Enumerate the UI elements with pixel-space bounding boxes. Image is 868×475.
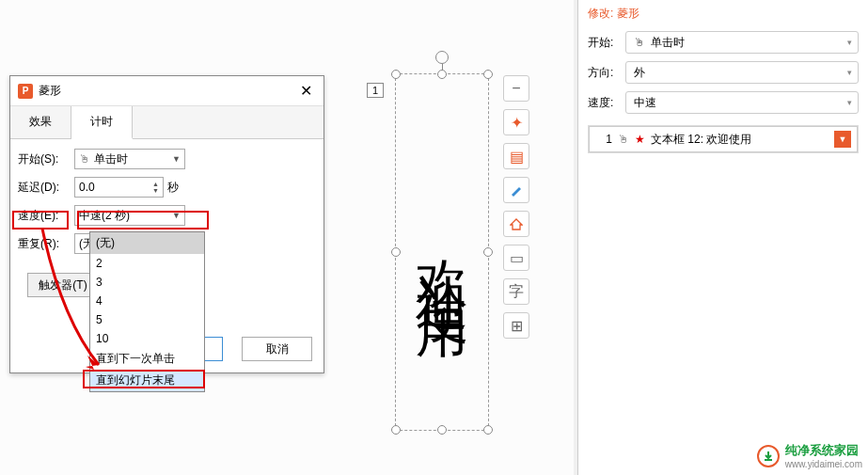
dropdown-item-until-click[interactable]: 直到下一次单击	[90, 348, 204, 370]
cursor-sparkle-icon[interactable]: ✦	[503, 109, 529, 135]
minus-icon[interactable]: −	[503, 75, 529, 102]
grid-icon[interactable]: ⊞	[503, 312, 529, 339]
slide-textbox[interactable]: 1 欢迎使用	[395, 73, 489, 431]
delay-spinner[interactable]: 0.0 ▲▼	[74, 177, 164, 198]
mouse-icon: 🖱	[79, 152, 90, 166]
star-icon: ★	[635, 133, 645, 146]
panel-start-label: 开始:	[588, 35, 625, 51]
speed-value: 中速(2 秒)	[79, 208, 130, 224]
rotation-handle[interactable]	[435, 51, 449, 64]
panel-speed-combo[interactable]: 中速 ▾	[625, 91, 859, 114]
anim-item-text: 文本框 12: 欢迎使用	[651, 132, 751, 148]
chevron-down-icon: ▾	[847, 68, 852, 77]
text-icon[interactable]: 字	[503, 278, 529, 305]
dialog-tabs: 效果 计时	[10, 106, 324, 139]
brush-icon[interactable]	[503, 177, 529, 203]
dropdown-item-10[interactable]: 10	[90, 329, 204, 348]
resize-handle[interactable]	[483, 247, 493, 257]
dropdown-item-4[interactable]: 4	[90, 292, 204, 310]
panel-direction-label: 方向:	[588, 65, 625, 81]
home-icon[interactable]	[503, 211, 529, 237]
close-icon[interactable]: ✕	[296, 82, 316, 100]
panel-start-value: 单击时	[651, 35, 685, 51]
delay-value: 0.0	[79, 181, 95, 194]
slide-text: 欢迎使用	[406, 218, 478, 286]
animation-panel: 修改: 菱形 开始: 🖱 单击时 ▾ 方向: 外 ▾ 速度: 中速 ▾ 1 🖱 …	[577, 0, 868, 475]
chevron-down-icon: ▾	[847, 38, 852, 47]
floating-toolbox: − ✦ ▤ ▭ 字 ⊞	[503, 75, 531, 339]
cancel-button[interactable]: 取消	[242, 337, 312, 361]
resize-handle[interactable]	[483, 425, 493, 435]
dropdown-button-icon[interactable]: ▼	[834, 131, 851, 148]
watermark-logo-icon	[757, 445, 780, 467]
mouse-icon: 🖱	[618, 133, 629, 146]
tab-effect[interactable]: 效果	[10, 106, 71, 138]
textbox-frame[interactable]: 欢迎使用	[395, 73, 489, 431]
start-combo[interactable]: 🖱 单击时 ▼	[74, 149, 185, 169]
start-label: 开始(S):	[18, 151, 74, 167]
watermark: 纯净系统家园 www.yidaimei.com	[757, 442, 862, 469]
repeat-dropdown-list: (无) 2 3 4 5 10 直到下一次单击 直到幻灯片末尾	[89, 231, 205, 392]
resize-handle[interactable]	[483, 70, 493, 79]
dialog-titlebar: P 菱形 ✕	[10, 76, 324, 106]
delay-label: 延迟(D):	[18, 180, 74, 196]
app-icon: P	[18, 84, 33, 99]
resize-handle[interactable]	[437, 425, 447, 435]
dropdown-item-3[interactable]: 3	[90, 273, 204, 292]
panel-speed-label: 速度:	[588, 95, 625, 111]
dropdown-item-until-end[interactable]: 直到幻灯片末尾	[90, 370, 204, 391]
panel-header: 修改: 菱形	[578, 0, 868, 27]
animation-order-badge[interactable]: 1	[367, 83, 384, 98]
panel-speed-value: 中速	[634, 95, 656, 111]
watermark-url: www.yidaimei.com	[785, 459, 862, 469]
chevron-down-icon: ▼	[172, 211, 181, 220]
panel-direction-value: 外	[634, 65, 645, 81]
repeat-label: 重复(R):	[18, 236, 74, 252]
resize-handle[interactable]	[391, 247, 401, 257]
spinner-arrows-icon[interactable]: ▲▼	[152, 181, 159, 194]
resize-handle[interactable]	[391, 425, 401, 435]
speed-label: 速度(E):	[18, 208, 74, 224]
start-value: 单击时	[94, 151, 128, 167]
panel-direction-combo[interactable]: 外 ▾	[625, 61, 859, 84]
dropdown-item-2[interactable]: 2	[90, 254, 204, 273]
layers-icon[interactable]: ▤	[503, 143, 529, 169]
anim-item-number: 1	[595, 133, 612, 146]
speed-combo[interactable]: 中速(2 秒) ▼	[74, 205, 185, 226]
resize-handle[interactable]	[391, 70, 401, 79]
dialog-title: 菱形	[39, 83, 296, 99]
animation-list-item[interactable]: 1 🖱 ★ 文本框 12: 欢迎使用 ▼	[589, 126, 858, 152]
dropdown-item-none[interactable]: (无)	[90, 232, 204, 254]
resize-handle[interactable]	[437, 70, 447, 79]
rectangle-icon[interactable]: ▭	[503, 245, 529, 271]
chevron-down-icon: ▼	[172, 154, 181, 164]
panel-start-combo[interactable]: 🖱 单击时 ▾	[625, 31, 859, 54]
watermark-text: 纯净系统家园	[785, 443, 859, 457]
delay-unit: 秒	[167, 180, 179, 196]
mouse-icon: 🖱	[634, 36, 645, 49]
tab-timing[interactable]: 计时	[71, 106, 133, 139]
chevron-down-icon: ▾	[847, 98, 852, 107]
dropdown-item-5[interactable]: 5	[90, 310, 204, 329]
animation-list: 1 🖱 ★ 文本框 12: 欢迎使用 ▼	[588, 125, 859, 153]
